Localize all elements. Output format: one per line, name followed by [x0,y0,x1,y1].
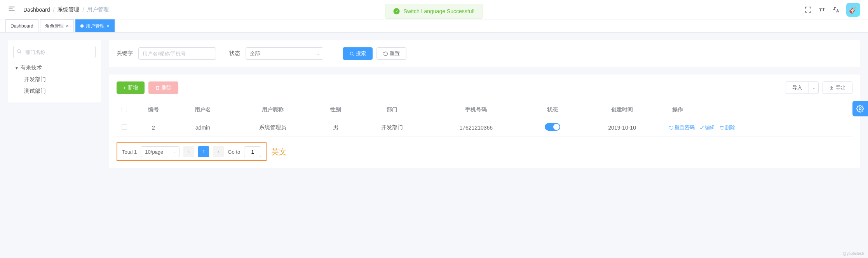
search-button[interactable]: 搜索 [343,47,373,60]
th-gender: 性别 [314,102,357,118]
export-button[interactable]: 导出 [823,81,852,94]
close-icon[interactable]: × [66,23,69,29]
th-username: 用户名 [175,102,231,118]
import-dropdown-toggle[interactable]: ⌄ [809,81,819,94]
svg-line-4 [20,52,21,54]
edit-label: 编辑 [705,124,715,131]
cell-id: 2 [132,118,175,137]
reset-button-label: 重置 [390,50,400,57]
th-status: 状态 [525,102,580,118]
tree-node-label: 开发部门 [24,76,46,83]
breadcrumb-root[interactable]: Dashboard [23,7,50,13]
row-delete-label: 删除 [725,124,735,131]
table-row: 2 admin 系统管理员 男 开发部门 17621210366 2019-10… [117,118,852,137]
page-number-button[interactable]: 1 [198,146,209,157]
page-prev-button[interactable]: ‹ [183,146,194,157]
row-checkbox[interactable] [122,124,127,130]
th-phone: 手机号码 [427,102,525,118]
edit-link[interactable]: 编辑 [699,124,715,131]
breadcrumb-l2: 用户管理 [87,6,109,13]
cell-nickname: 系统管理员 [231,118,314,137]
tree-node-label: 有来技术 [20,64,42,71]
svg-line-6 [353,55,354,55]
svg-point-5 [350,52,353,55]
pagination-total: Total 1 [122,149,137,155]
search-icon [16,49,22,55]
user-table: 编号 用户名 用户昵称 性别 部门 手机号码 状态 创建时间 操作 2 [117,102,852,137]
header-bar: Dashboard / 系统管理 / 用户管理 ✓ Switch Languag… [0,0,868,19]
svg-point-3 [17,50,20,53]
cell-username: admin [175,118,231,137]
tab-label: 角色管理 [45,23,64,29]
chevron-down-icon: ⌄ [173,150,176,154]
chevron-down-icon: ⌄ [317,52,320,56]
search-button-label: 搜索 [356,50,366,57]
breadcrumb-sep: / [53,7,55,13]
caret-down-icon: ▼ [15,66,19,70]
page-size-select[interactable]: 10/page ⌄ [141,146,180,157]
reset-password-label: 重置密码 [675,124,695,131]
status-label: 状态 [229,50,240,57]
status-switch[interactable] [545,123,560,131]
page-next-button[interactable]: › [213,146,224,157]
breadcrumb-l1[interactable]: 系统管理 [58,6,79,13]
tree-node-label: 测试部门 [24,88,46,95]
hamburger-menu-icon[interactable] [8,5,16,14]
breadcrumb-sep: / [82,7,84,13]
close-icon[interactable]: × [107,23,110,29]
goto-label: Go to [228,149,240,155]
toast-message: Switch Language Successful! [404,8,475,14]
breadcrumb: Dashboard / 系统管理 / 用户管理 [23,6,109,13]
cell-created: 2019-10-10 [580,118,665,137]
tab-label: Dashboard [10,23,33,29]
cell-gender: 男 [314,118,357,137]
svg-point-7 [859,108,861,110]
delete-button-label: 删除 [162,84,172,91]
tree-node-dev[interactable]: 开发部门 [13,74,96,85]
tab-dashboard[interactable]: Dashboard [5,19,38,32]
import-button[interactable]: 导入 [786,81,809,94]
tab-role-mgmt[interactable]: 角色管理 × [40,19,74,32]
tab-label: 用户管理 [86,23,105,29]
th-created: 创建时间 [580,102,665,118]
tree-node-test[interactable]: 测试部门 [13,85,96,97]
tab-user-mgmt[interactable]: 用户管理 × [75,19,115,32]
status-select[interactable]: 全部 ⌄ [246,47,323,60]
annotation-text: 英文 [271,147,287,157]
add-button-label: 新增 [128,84,138,91]
language-icon[interactable] [832,6,840,14]
th-id: 编号 [132,102,175,118]
dept-search [13,46,96,58]
active-dot-icon [80,24,84,28]
dept-tree: ▼ 有来技术 开发部门 测试部门 [13,62,96,97]
cell-phone: 17621210366 [427,118,525,137]
tree-node-root[interactable]: ▼ 有来技术 [13,62,96,74]
gear-icon [856,105,864,113]
fullscreen-icon[interactable] [804,6,812,14]
goto-input[interactable] [244,146,261,157]
cell-dept: 开发部门 [357,118,427,137]
import-button-group: 导入 ⌄ [786,81,819,94]
font-size-icon[interactable]: ᴛT [818,6,826,14]
row-delete-link[interactable]: 删除 [720,124,735,131]
add-button[interactable]: + 新增 [117,81,145,94]
dept-search-input[interactable] [13,46,96,58]
export-button-label: 导出 [836,84,846,91]
delete-button[interactable]: 删除 [148,81,178,94]
tabs-bar: Dashboard 角色管理 × 用户管理 × [0,19,868,33]
page-size-value: 10/page [145,149,163,155]
table-card: + 新增 删除 导入 ⌄ [109,74,860,168]
reset-button[interactable]: 重置 [376,47,406,60]
dept-sidebar: ▼ 有来技术 开发部门 测试部门 [8,40,101,102]
settings-float-button[interactable] [852,101,868,116]
toast-success: ✓ Switch Language Successful! [385,4,483,19]
import-button-label: 导入 [792,84,802,91]
avatar[interactable]: 🎸 [846,3,860,17]
reset-password-link[interactable]: 重置密码 [669,124,695,131]
keyword-label: 关键字 [117,50,133,57]
select-all-checkbox[interactable] [122,107,127,112]
th-nickname: 用户昵称 [231,102,314,118]
th-dept: 部门 [357,102,427,118]
filter-card: 关键字 状态 全部 ⌄ 搜索 重置 [109,40,860,67]
keyword-input[interactable] [138,47,216,60]
